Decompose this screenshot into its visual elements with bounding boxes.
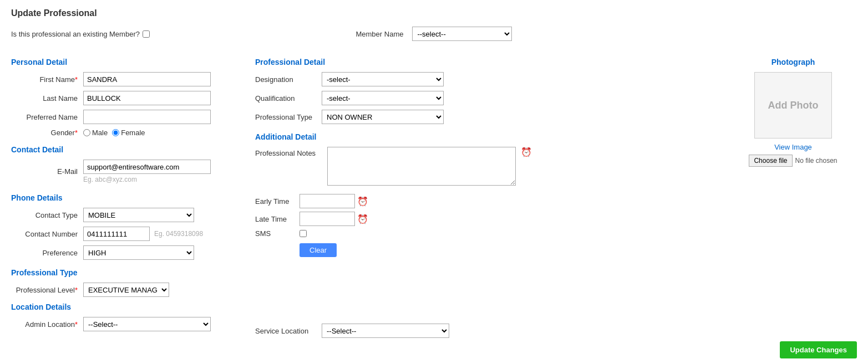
file-input-row: Choose file No file chosen [729,155,857,167]
contact-type-label: Contact Type [11,211,83,219]
service-location-select[interactable]: --Select-- [322,324,449,338]
contact-number-row: Contact Number Eg. 0459318098 [11,227,233,241]
pro-type-section-title: Professional Type [11,268,233,277]
email-label: E-Mail [11,167,83,176]
contact-number-input[interactable] [83,227,150,241]
existing-member-checkbox[interactable] [143,30,150,38]
additional-detail-title: Additional Detail [255,132,707,141]
admin-location-label: Admin Location* [11,320,83,329]
contact-type-row: Contact Type MOBILE HOME WORK [11,208,233,222]
choose-file-button[interactable]: Choose file [749,155,792,167]
clear-button[interactable]: Clear [300,243,337,257]
main-layout: Personal Detail First Name* Last Name Pr… [11,49,857,364]
late-time-input[interactable] [300,212,355,226]
view-image-link[interactable]: View Image [729,143,857,151]
member-name-select[interactable]: --select-- [412,27,512,41]
gender-star: * [75,129,78,137]
preference-row: Preference HIGH MEDIUM LOW [11,245,233,260]
sms-label: SMS [255,229,300,238]
no-file-text: No file chosen [795,157,837,165]
preference-select[interactable]: HIGH MEDIUM LOW [83,245,194,260]
update-changes-button[interactable]: Update Changes [780,341,857,358]
pro-notes-label: Professional Notes [255,147,327,157]
contact-type-select[interactable]: MOBILE HOME WORK [83,208,194,222]
first-name-label: First Name* [11,75,83,84]
contact-number-label: Contact Number [11,230,83,238]
phone-hint: Eg. 0459318098 [154,230,203,238]
right-column: Photograph Add Photo View Image Choose f… [718,49,857,364]
late-clock-icon[interactable]: ⏰ [357,214,368,224]
member-name-label: Member Name [356,30,403,38]
pro-level-star: * [75,286,78,294]
add-photo-text: Add Photo [768,100,819,111]
photo-box: Add Photo [754,72,832,139]
phone-number-group: Eg. 0459318098 [83,227,203,241]
preference-label: Preference [11,249,83,257]
sms-row: SMS [255,229,707,238]
pro-level-select[interactable]: EXECUTIVE MANAGER MANAGER STAFF [83,283,169,297]
pro-notes-textarea[interactable] [327,147,516,186]
designation-select[interactable]: -select- [322,72,444,86]
update-btn-container: Update Changes [769,336,868,364]
admin-location-row: Admin Location* --Select-- [11,317,233,331]
last-name-row: Last Name [11,91,233,105]
email-hint: Eg. abc@xyz.com [83,176,211,183]
gender-row: Gender* Male Female [11,129,233,137]
early-time-label: Early Time [255,197,300,206]
page-container: Update Professional Is this professional… [0,0,868,364]
pro-notes-row: Professional Notes ⏰ [255,147,707,186]
qualification-label: Qualification [255,94,322,102]
location-details-title: Location Details [11,303,233,311]
photo-section: Photograph Add Photo View Image Choose f… [729,58,857,167]
additional-time-section: Early Time ⏰ Late Time ⏰ SMS Clear [255,194,707,257]
pro-type-select[interactable]: NON OWNER OWNER [322,110,444,124]
first-name-input[interactable] [83,72,211,86]
gender-female-radio[interactable] [112,129,119,136]
service-location-label: Service Location [255,327,322,335]
early-time-row: Early Time ⏰ [255,194,707,208]
designation-row: Designation -select- [255,72,707,86]
email-input[interactable] [83,160,211,174]
qualification-select[interactable]: -select- [322,91,444,105]
admin-location-select[interactable]: --Select-- [83,317,211,331]
admin-star: * [75,320,78,329]
gender-male-label[interactable]: Male [83,129,108,137]
first-name-row: First Name* [11,72,233,86]
pro-level-label: Professional Level* [11,286,83,294]
early-time-input[interactable] [300,194,355,208]
preferred-name-row: Preferred Name [11,110,233,124]
personal-detail-title: Personal Detail [11,58,233,66]
notes-clock-icon[interactable]: ⏰ [521,147,532,157]
preferred-name-label: Preferred Name [11,113,83,121]
late-time-row: Late Time ⏰ [255,212,707,226]
pro-level-row: Professional Level* EXECUTIVE MANAGER MA… [11,283,233,297]
last-name-input[interactable] [83,91,211,105]
qualification-row: Qualification -select- [255,91,707,105]
phone-details-title: Phone Details [11,193,233,202]
member-name-row: Member Name --select-- [356,27,512,41]
clear-btn-container: Clear [300,243,707,257]
gender-male-radio[interactable] [83,129,90,136]
gender-label: Gender* [11,129,83,137]
left-column: Personal Detail First Name* Last Name Pr… [11,49,244,364]
professional-detail-title: Professional Detail [255,58,707,66]
service-location-row: Service Location --Select-- [255,324,707,338]
contact-detail-title: Contact Detail [11,145,233,154]
email-row: E-Mail Eg. abc@xyz.com [11,160,233,183]
gender-female-label[interactable]: Female [112,129,145,137]
late-time-label: Late Time [255,215,300,223]
photograph-title: Photograph [729,58,857,66]
sms-checkbox[interactable] [300,230,307,237]
email-input-wrapper: Eg. abc@xyz.com [83,160,211,183]
middle-column: Professional Detail Designation -select-… [244,49,718,364]
top-member-row: Is this professional an existing Member?… [11,27,857,41]
early-clock-icon[interactable]: ⏰ [357,196,368,207]
last-name-label: Last Name [11,94,83,102]
first-name-star: * [75,75,78,84]
page-title: Update Professional [11,8,857,18]
pro-type-field-label: Professional Type [255,113,322,121]
preferred-name-input[interactable] [83,110,211,124]
designation-label: Designation [255,75,322,84]
gender-options: Male Female [83,129,145,137]
pro-type-row: Professional Type NON OWNER OWNER [255,110,707,124]
